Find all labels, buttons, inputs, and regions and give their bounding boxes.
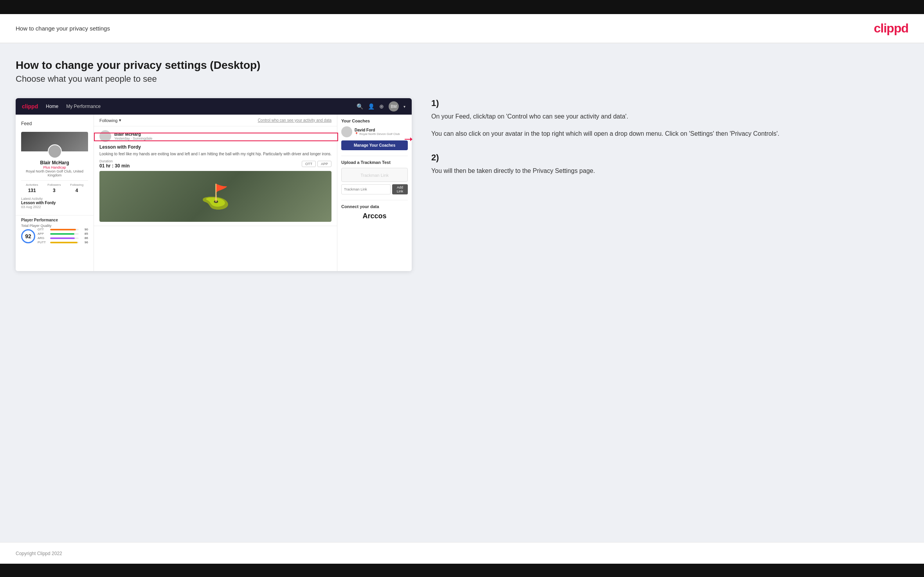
bottom-bar bbox=[0, 564, 924, 577]
add-circle-icon[interactable]: ⊕ bbox=[379, 103, 384, 110]
post-avatar bbox=[99, 130, 111, 142]
app-right-panel: Your Coaches David Ford 📍 Royal North De… bbox=[337, 115, 412, 271]
profile-name: Blair McHarg bbox=[21, 160, 88, 165]
clippd-logo: clippd bbox=[874, 21, 908, 36]
app-feed: Following ▾ Control who can see your act… bbox=[94, 115, 337, 271]
latest-date: 03 Aug 2022 bbox=[21, 205, 88, 209]
manage-coaches-button[interactable]: Manage Your Coaches bbox=[341, 140, 408, 150]
post-author-name: Blair McHarg bbox=[114, 132, 152, 137]
trackman-link-input[interactable] bbox=[341, 184, 391, 194]
profile-card: Blair McHarg Plus Handicap Royal North D… bbox=[16, 129, 94, 212]
post-image: ⛳ bbox=[99, 171, 331, 222]
main-content: How to change your privacy settings (Des… bbox=[0, 43, 924, 542]
metric-arg: ARG 86 bbox=[38, 236, 88, 240]
copyright: Copyright Clippd 2022 bbox=[16, 551, 62, 556]
instruction-step2: 2) You will then be taken directly to th… bbox=[431, 153, 904, 176]
instruction-step1: 1) On your Feed, click/tap on 'Control w… bbox=[431, 98, 904, 138]
profile-cover bbox=[21, 132, 88, 151]
step2-number: 2) bbox=[431, 153, 904, 163]
app-sidebar: Feed Blair McHarg Plus Handicap Royal No… bbox=[16, 115, 94, 271]
breadcrumb: How to change your privacy settings bbox=[16, 25, 110, 32]
quality-label: Total Player Quality bbox=[21, 224, 88, 228]
connect-section: Connect your data Arccos bbox=[341, 200, 408, 220]
stat-following: Following 4 bbox=[70, 183, 83, 194]
post-location: Yesterday · Sunningdale bbox=[114, 137, 152, 140]
user-avatar[interactable]: BM bbox=[389, 101, 399, 111]
profile-handicap: Plus Handicap bbox=[21, 165, 88, 169]
coach-club: 📍 Royal North Devon Golf Club bbox=[355, 132, 400, 136]
feed-post: Blair McHarg Yesterday · Sunningdale Les… bbox=[94, 126, 337, 226]
site-footer: Copyright Clippd 2022 bbox=[0, 542, 924, 564]
profile-stats: Activities 131 Followers 3 Following 4 bbox=[21, 180, 88, 194]
metrics: OTT 90 APP 85 bbox=[38, 228, 88, 245]
coaches-title: Your Coaches bbox=[341, 119, 408, 123]
trackman-input-box: Trackman Link bbox=[341, 168, 408, 182]
profile-club: Royal North Devon Golf Club, United King… bbox=[21, 169, 88, 177]
app-navbar: clippd Home My Performance 🔍 👤 ⊕ BM ▾ bbox=[16, 98, 412, 115]
post-author-row: Blair McHarg Yesterday · Sunningdale bbox=[99, 130, 331, 142]
app-body: Feed Blair McHarg Plus Handicap Royal No… bbox=[16, 115, 412, 271]
site-header: How to change your privacy settings clip… bbox=[0, 14, 924, 43]
step1-text-part2: You can also click on your avatar in the… bbox=[431, 129, 904, 139]
post-title: Lesson with Fordy bbox=[99, 144, 331, 150]
add-link-button[interactable]: Add Link bbox=[392, 184, 408, 194]
step1-number: 1) bbox=[431, 98, 904, 108]
search-icon[interactable]: 🔍 bbox=[357, 103, 363, 110]
step1-text-part1: On your Feed, click/tap on 'Control who … bbox=[431, 111, 904, 122]
quality-row: 92 OTT 90 APP bbox=[21, 228, 88, 245]
nav-my-performance[interactable]: My Performance bbox=[66, 104, 101, 109]
app-mockup-wrapper: clippd Home My Performance 🔍 👤 ⊕ BM ▾ bbox=[16, 98, 412, 271]
duration-label: Duration bbox=[99, 159, 130, 163]
tag-app: APP bbox=[317, 161, 331, 167]
coaches-section: Your Coaches David Ford 📍 Royal North De… bbox=[341, 119, 408, 150]
app-logo: clippd bbox=[22, 103, 38, 110]
page-title: How to change your privacy settings (Des… bbox=[16, 59, 908, 72]
tags: OTT APP bbox=[302, 161, 331, 167]
coach-avatar bbox=[341, 126, 352, 137]
page-subtitle: Choose what you want people to see bbox=[16, 74, 908, 84]
metric-putt: PUTT 96 bbox=[38, 241, 88, 244]
duration-row: Duration 01 hr : 30 min OTT APP bbox=[99, 159, 331, 169]
feed-header: Following ▾ Control who can see your act… bbox=[94, 115, 337, 126]
following-button[interactable]: Following ▾ bbox=[99, 118, 121, 123]
instructions-panel: 1) On your Feed, click/tap on 'Control w… bbox=[427, 98, 908, 190]
nav-right: 🔍 👤 ⊕ BM ▾ bbox=[357, 101, 405, 111]
latest-activity-title: Lesson with Fordy bbox=[21, 201, 88, 205]
stat-followers: Followers 3 bbox=[47, 183, 61, 194]
person-icon[interactable]: 👤 bbox=[368, 103, 375, 110]
top-bar bbox=[0, 0, 924, 14]
nav-home[interactable]: Home bbox=[46, 104, 58, 109]
connect-title: Connect your data bbox=[341, 204, 408, 209]
profile-avatar bbox=[48, 144, 62, 158]
player-performance: Player Performance Total Player Quality … bbox=[16, 215, 94, 245]
step2-text: You will then be taken directly to the P… bbox=[431, 166, 904, 176]
trackman-placeholder: Trackman Link bbox=[360, 173, 389, 178]
metric-app: APP 85 bbox=[38, 232, 88, 235]
trackman-title: Upload a Trackman Test bbox=[341, 160, 408, 165]
trackman-section: Upload a Trackman Test Trackman Link Add… bbox=[341, 156, 408, 194]
coach-row: David Ford 📍 Royal North Devon Golf Club bbox=[341, 126, 408, 137]
feed-tab[interactable]: Feed bbox=[16, 119, 94, 129]
avatar-chevron-icon: ▾ bbox=[403, 104, 405, 109]
content-layout: clippd Home My Performance 🔍 👤 ⊕ BM ▾ bbox=[16, 98, 908, 271]
post-description: Looking to feel like my hands are exitin… bbox=[99, 151, 331, 157]
perf-title: Player Performance bbox=[21, 218, 88, 222]
tag-ott: OTT bbox=[302, 161, 316, 167]
stat-activities: Activities 131 bbox=[26, 183, 38, 194]
arccos-label: Arccos bbox=[341, 212, 408, 220]
control-privacy-link[interactable]: Control who can see your activity and da… bbox=[258, 118, 331, 122]
score-circle: 92 bbox=[21, 229, 35, 243]
latest-activity-section: Latest Activity Lesson with Fordy 03 Aug… bbox=[21, 197, 88, 209]
duration-value: 01 hr : 30 min bbox=[99, 163, 130, 169]
trackman-row: Add Link bbox=[341, 184, 408, 194]
metric-ott: OTT 90 bbox=[38, 228, 88, 231]
coach-name: David Ford bbox=[355, 128, 400, 132]
app-mockup: clippd Home My Performance 🔍 👤 ⊕ BM ▾ bbox=[16, 98, 412, 271]
